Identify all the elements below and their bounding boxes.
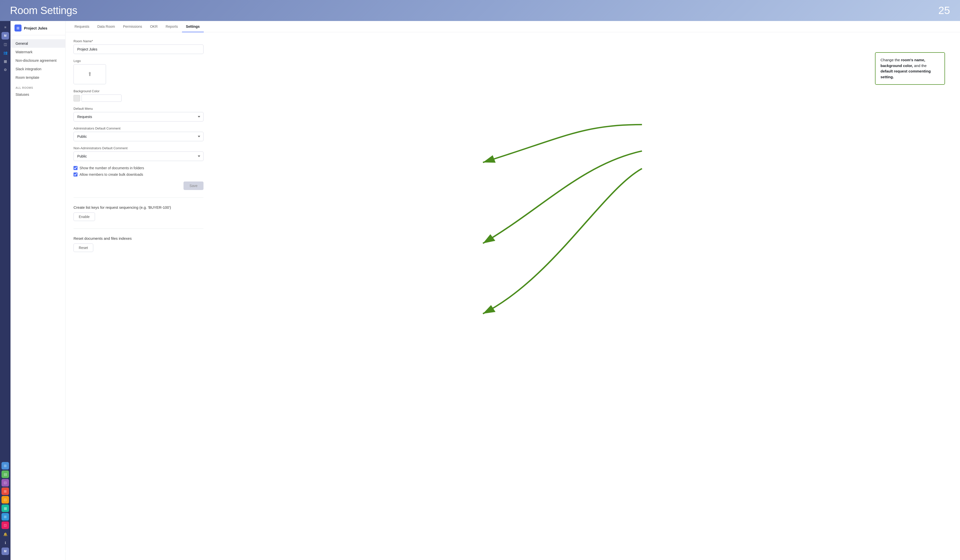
logo-group: Logo ⬆ bbox=[74, 59, 203, 84]
nav-item-statuses[interactable]: Statuses bbox=[11, 90, 65, 99]
default-menu-select[interactable]: Requests Data Room Permissions OKR Repor… bbox=[74, 112, 203, 122]
checkbox-docs-group: Show the number of documents in folders bbox=[74, 166, 203, 170]
list-keys-section: Create list keys for request sequencing … bbox=[74, 205, 203, 221]
checkbox-downloads[interactable] bbox=[74, 173, 77, 176]
admin-comment-select[interactable]: Public Private bbox=[74, 132, 203, 141]
room-name-input[interactable] bbox=[74, 45, 203, 54]
tabs-bar: Requests Data Room Permissions OKR Repor… bbox=[66, 21, 960, 32]
sidebar-icon-app-6[interactable]: ▦ bbox=[2, 504, 9, 512]
tab-reports[interactable]: Reports bbox=[162, 21, 182, 32]
save-button[interactable]: Save bbox=[184, 181, 203, 190]
default-menu-label: Default Menu bbox=[74, 107, 203, 110]
content-area: Room Name* Logo ⬆ Background Color bbox=[66, 32, 960, 560]
background-color-label: Background Color bbox=[74, 89, 203, 93]
nav-project-icon: ⊞ bbox=[14, 24, 21, 32]
sidebar-icon-app-7[interactable]: ⊞ bbox=[2, 513, 9, 520]
sidebar-icon-app-3[interactable]: ⊡ bbox=[2, 479, 9, 486]
logo-label: Logo bbox=[74, 59, 203, 63]
tab-requests[interactable]: Requests bbox=[70, 21, 93, 32]
sidebar-icon-info[interactable]: ℹ bbox=[2, 539, 9, 547]
sidebar-icon-grid[interactable]: ▦ bbox=[2, 58, 9, 65]
nav-item-nda[interactable]: Non-disclosure agreement bbox=[11, 56, 65, 65]
sidebar-icon-bell[interactable]: 🔔 bbox=[2, 531, 9, 538]
page-number: 25 bbox=[938, 5, 950, 16]
save-row: Save bbox=[74, 179, 203, 190]
sidebar-icon-app-2[interactable]: ▤ bbox=[2, 470, 9, 478]
icon-sidebar-top: ≡ M ◫ 👥 ▦ ⚙ ⊞ ▤ ⊡ ⊞ ⊡ ▦ ⊞ ⊡ bbox=[2, 24, 9, 529]
checkbox-downloads-group: Allow members to create bulk downloads bbox=[74, 173, 203, 176]
nav-sidebar: ⊞ Project Jules General Watermark Non-di… bbox=[11, 21, 66, 560]
settings-form: Room Name* Logo ⬆ Background Color bbox=[74, 39, 203, 252]
sidebar-icon-app-4[interactable]: ⊞ bbox=[2, 488, 9, 495]
checkbox-docs[interactable] bbox=[74, 166, 77, 170]
room-name-label: Room Name* bbox=[74, 39, 203, 43]
nav-item-room-template[interactable]: Room template bbox=[11, 73, 65, 82]
sidebar-icon-settings[interactable]: ⚙ bbox=[2, 66, 9, 74]
admin-comment-group: Administrators Default Comment Public Pr… bbox=[74, 126, 203, 141]
nav-project-header[interactable]: ⊞ Project Jules bbox=[11, 21, 65, 35]
main-layout: ≡ M ◫ 👥 ▦ ⚙ ⊞ ▤ ⊡ ⊞ ⊡ ▦ ⊞ ⊡ 🔔 ℹ M ⊞ Proj… bbox=[0, 21, 960, 560]
non-admin-comment-label: Non-Administrators Default Comment bbox=[74, 146, 203, 150]
admin-comment-label: Administrators Default Comment bbox=[74, 126, 203, 130]
nav-item-slack[interactable]: Slack integration bbox=[11, 65, 65, 73]
list-keys-title: Create list keys for request sequencing … bbox=[74, 205, 203, 210]
reset-button[interactable]: Reset bbox=[74, 243, 93, 252]
enable-button[interactable]: Enable bbox=[74, 213, 95, 221]
sidebar-icon-user-avatar[interactable]: M bbox=[2, 547, 9, 555]
tooltip-box: Change the room's name, background color… bbox=[875, 52, 945, 85]
sidebar-icon-layers[interactable]: ◫ bbox=[2, 40, 9, 48]
main-content: Requests Data Room Permissions OKR Repor… bbox=[66, 21, 960, 560]
tab-settings[interactable]: Settings bbox=[182, 21, 204, 32]
color-swatch[interactable] bbox=[74, 95, 80, 101]
page-title: Room Settings bbox=[10, 5, 77, 16]
tab-okr[interactable]: OKR bbox=[146, 21, 162, 32]
sidebar-icon-collapse[interactable]: ≡ bbox=[2, 24, 9, 31]
upload-icon: ⬆ bbox=[88, 71, 92, 77]
nav-item-general[interactable]: General bbox=[11, 39, 65, 48]
color-input[interactable] bbox=[82, 94, 122, 102]
reset-title: Reset documents and files indexes bbox=[74, 236, 203, 240]
nav-item-watermark[interactable]: Watermark bbox=[11, 48, 65, 56]
non-admin-comment-group: Non-Administrators Default Comment Publi… bbox=[74, 146, 203, 161]
reset-section: Reset documents and files indexes Reset bbox=[74, 236, 203, 252]
color-row bbox=[74, 94, 203, 102]
tab-data-room[interactable]: Data Room bbox=[93, 21, 119, 32]
sidebar-icon-avatar[interactable]: M bbox=[2, 32, 9, 40]
sidebar-icon-app-8[interactable]: ⊡ bbox=[2, 522, 9, 529]
non-admin-comment-select[interactable]: Public Private bbox=[74, 152, 203, 161]
tab-permissions[interactable]: Permissions bbox=[119, 21, 146, 32]
default-menu-group: Default Menu Requests Data Room Permissi… bbox=[74, 107, 203, 122]
tooltip-text: Change the room's name, background color… bbox=[880, 58, 931, 79]
nav-section-label-all-rooms: ALL ROOMS bbox=[11, 84, 65, 90]
checkbox-docs-label[interactable]: Show the number of documents in folders bbox=[80, 166, 144, 170]
icon-sidebar: ≡ M ◫ 👥 ▦ ⚙ ⊞ ▤ ⊡ ⊞ ⊡ ▦ ⊞ ⊡ 🔔 ℹ M bbox=[0, 21, 11, 560]
top-header: Room Settings 25 bbox=[0, 0, 960, 21]
room-name-group: Room Name* bbox=[74, 39, 203, 54]
icon-sidebar-bottom: 🔔 ℹ M bbox=[2, 531, 9, 557]
sidebar-icon-app-1[interactable]: ⊞ bbox=[2, 462, 9, 469]
nav-project-name: Project Jules bbox=[24, 26, 47, 30]
checkbox-downloads-label[interactable]: Allow members to create bulk downloads bbox=[80, 173, 143, 176]
logo-upload-area[interactable]: ⬆ bbox=[74, 64, 106, 84]
divider-1 bbox=[74, 197, 203, 198]
sidebar-icon-app-5[interactable]: ⊡ bbox=[2, 496, 9, 504]
sidebar-icon-people[interactable]: 👥 bbox=[2, 49, 9, 56]
nav-section-settings: General Watermark Non-disclosure agreeme… bbox=[11, 35, 65, 84]
background-color-group: Background Color bbox=[74, 89, 203, 102]
